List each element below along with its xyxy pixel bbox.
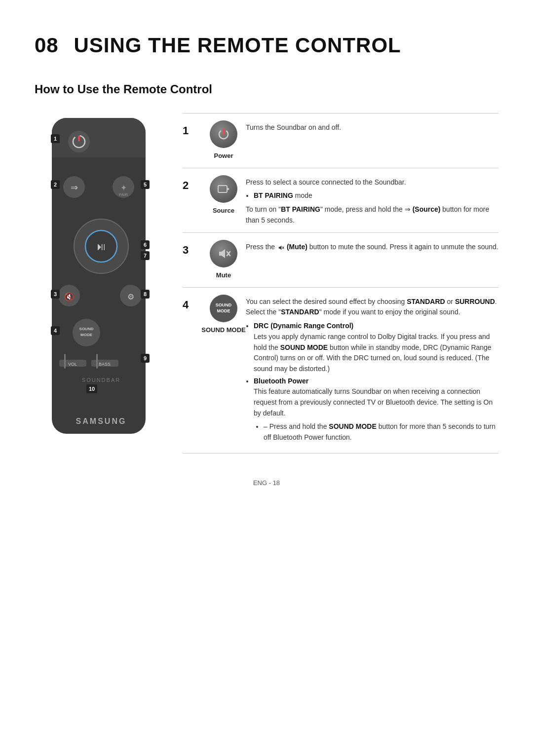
row-icon: Mute xyxy=(201,240,246,280)
svg-text:2: 2 xyxy=(54,182,57,188)
svg-text:🔇: 🔇 xyxy=(64,292,74,302)
remote-svg: ⇒ ✦ PAIR ⏯ 🔇 ⚙ SOUND xyxy=(37,113,165,449)
row-number: 3 xyxy=(183,240,201,258)
section-title: How to Use the Remote Control xyxy=(35,80,498,98)
svg-text:✦: ✦ xyxy=(120,184,127,192)
table-row: 2 Source Press to select a source connec… xyxy=(183,168,498,233)
table-row: 1 Power Turns the Soundbar on and off. xyxy=(183,113,498,168)
svg-text:9: 9 xyxy=(144,355,147,361)
page-title: 08 USING THE REMOTE CONTROL xyxy=(35,30,498,61)
svg-rect-49 xyxy=(218,186,227,192)
svg-rect-0 xyxy=(52,118,146,434)
table-row: 3 Mute Press the (Mute) button to mute t… xyxy=(183,232,498,287)
svg-text:SOUND: SOUND xyxy=(79,327,94,331)
row-number: 4 xyxy=(183,295,201,313)
soundmode-icon: SOUNDMODE xyxy=(210,295,237,322)
svg-text:4: 4 xyxy=(54,328,57,334)
svg-text:SAMSUNG: SAMSUNG xyxy=(76,417,127,425)
svg-text:⇒: ⇒ xyxy=(71,183,78,192)
svg-marker-52 xyxy=(219,249,225,258)
row-description-2: Press to select a source connected to th… xyxy=(246,175,498,226)
remote-control-image: ⇒ ✦ PAIR ⏯ 🔇 ⚙ SOUND xyxy=(35,113,168,452)
svg-rect-26 xyxy=(96,354,98,369)
svg-text:3: 3 xyxy=(54,291,57,297)
icon-label-power: Power xyxy=(214,151,233,161)
mute-icon xyxy=(210,240,237,267)
row-icon: SOUNDMODE SOUND MODE xyxy=(201,295,246,335)
svg-text:1: 1 xyxy=(54,136,57,142)
icon-label-soundmode: SOUND MODE xyxy=(201,325,246,335)
svg-text:5: 5 xyxy=(144,182,147,188)
svg-point-3 xyxy=(68,131,90,152)
svg-text:MODE: MODE xyxy=(80,333,93,337)
svg-marker-55 xyxy=(279,245,282,249)
source-icon xyxy=(210,175,237,203)
svg-text:6: 6 xyxy=(144,242,147,248)
row-icon: Source xyxy=(201,175,246,216)
row-number: 1 xyxy=(183,120,201,139)
icon-label-source: Source xyxy=(213,206,234,216)
svg-text:8: 8 xyxy=(144,291,147,297)
svg-text:PAIR: PAIR xyxy=(119,192,128,197)
svg-text:⚙: ⚙ xyxy=(127,293,134,301)
row-description-3: Press the (Mute) button to mute the soun… xyxy=(246,240,498,253)
icon-label-mute: Mute xyxy=(216,270,231,280)
svg-text:SOUNDBAR: SOUNDBAR xyxy=(82,377,120,383)
svg-text:10: 10 xyxy=(89,386,95,392)
row-number: 2 xyxy=(183,175,201,193)
svg-text:VOL: VOL xyxy=(68,362,77,367)
main-layout: ⇒ ✦ PAIR ⏯ 🔇 ⚙ SOUND xyxy=(35,113,498,454)
row-icon: Power xyxy=(201,120,246,161)
svg-text:BASS: BASS xyxy=(99,362,111,367)
page-footer: ENG - 18 xyxy=(35,478,498,488)
svg-rect-2 xyxy=(52,148,146,157)
svg-rect-25 xyxy=(64,354,66,369)
description-table: 1 Power Turns the Soundbar on and off. 2 xyxy=(183,113,498,454)
power-icon xyxy=(210,120,237,148)
row-description-4: You can select the desired sound effect … xyxy=(246,295,498,446)
row-description-1: Turns the Soundbar on and off. xyxy=(246,120,498,133)
table-row: 4 SOUNDMODE SOUND MODE You can select th… xyxy=(183,287,498,454)
svg-text:7: 7 xyxy=(144,253,147,259)
svg-text:⏯: ⏯ xyxy=(96,240,107,253)
